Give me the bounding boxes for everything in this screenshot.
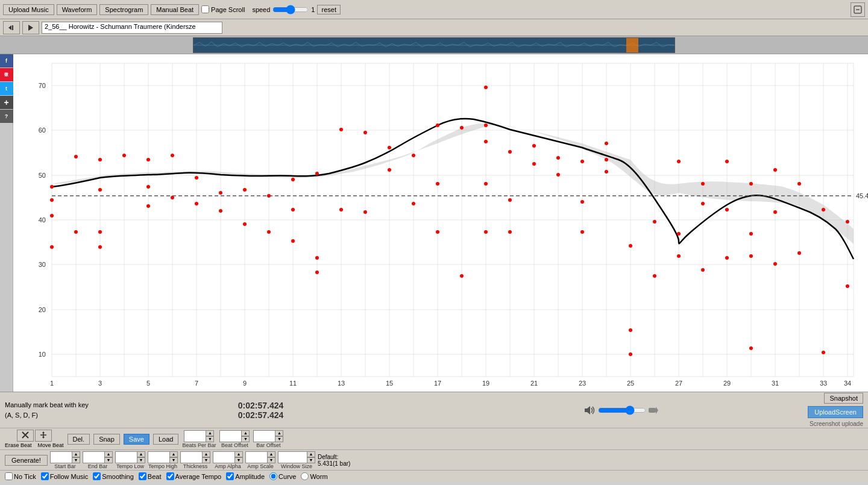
no-tick-checkbox-label[interactable]: No Tick: [5, 472, 36, 480]
beat-offset-up[interactable]: ▲: [241, 430, 250, 436]
thickness-input[interactable]: 3: [180, 451, 202, 463]
beats-per-bar-input[interactable]: 4: [184, 430, 206, 442]
time-display: 0:02:57.424 0:02:57.424: [238, 401, 284, 420]
svg-point-124: [508, 198, 512, 202]
curve-radio[interactable]: [269, 472, 277, 480]
svg-point-121: [484, 182, 488, 186]
plus-button[interactable]: +: [0, 96, 13, 109]
window-size-up[interactable]: ▲: [307, 451, 315, 457]
svg-rect-164: [649, 408, 656, 413]
average-tempo-checkbox[interactable]: [166, 472, 174, 480]
beat-checkbox[interactable]: [139, 472, 146, 480]
start-bar-up[interactable]: ▲: [72, 451, 80, 457]
tempo-low-down[interactable]: ▼: [137, 457, 145, 463]
upload-screen-button[interactable]: UploadScreen: [808, 406, 863, 418]
beats-per-bar-down[interactable]: ▼: [206, 436, 214, 442]
svg-text:40: 40: [39, 216, 46, 224]
del-button[interactable]: Del.: [68, 434, 90, 445]
svg-text:33: 33: [820, 380, 827, 387]
bar-offset-group: 0 ▲ ▼ Bar Offset: [253, 430, 283, 448]
reset-button[interactable]: reset: [317, 5, 340, 14]
end-bar-up[interactable]: ▲: [104, 451, 113, 457]
window-size-group: 5.431 ▲ ▼ Window Size: [278, 451, 315, 469]
snap-button[interactable]: Snap: [93, 434, 120, 445]
no-tick-checkbox[interactable]: [5, 472, 13, 480]
tempo-high-input[interactable]: 70: [148, 451, 169, 463]
svg-text:34: 34: [844, 380, 851, 387]
beats-per-bar-up[interactable]: ▲: [206, 430, 214, 436]
smoothing-checkbox[interactable]: [93, 472, 101, 480]
waveform-display[interactable]: [193, 37, 675, 53]
move-beat-button[interactable]: [35, 430, 52, 442]
window-size-input[interactable]: 5.431: [278, 451, 307, 463]
amp-scale-up[interactable]: ▲: [267, 451, 275, 457]
bar-offset-input[interactable]: 0: [253, 430, 275, 442]
beat-checkbox-label[interactable]: Beat: [139, 472, 162, 480]
volume-slider[interactable]: [598, 405, 646, 415]
tempo-low-input[interactable]: 10: [115, 451, 137, 463]
worm-radio[interactable]: [301, 472, 309, 480]
generate-button[interactable]: Generate!: [5, 455, 48, 466]
amp-alpha-up[interactable]: ▲: [234, 451, 243, 457]
speed-slider[interactable]: [272, 5, 309, 14]
bar-offset-label: Bar Offset: [256, 442, 280, 448]
facebook-button[interactable]: f: [0, 54, 13, 67]
svg-text:29: 29: [723, 380, 731, 387]
chart-area: www.Vmus.net .grid-line { stroke: #ccc; …: [13, 54, 868, 392]
settings-icon[interactable]: [851, 2, 865, 17]
average-tempo-checkbox-label[interactable]: Average Tempo: [166, 472, 222, 480]
help-button[interactable]: ?: [0, 110, 13, 123]
load-button[interactable]: Load: [153, 434, 178, 445]
worm-radio-label[interactable]: Worm: [301, 472, 327, 480]
bar-offset-down[interactable]: ▼: [275, 436, 283, 442]
spectrogram-button[interactable]: Spectrogram: [99, 4, 148, 15]
svg-point-156: [773, 262, 777, 266]
follow-music-checkbox-label[interactable]: Follow Music: [41, 472, 89, 480]
svg-point-77: [50, 214, 54, 217]
beat-offset-down[interactable]: ▼: [241, 436, 250, 442]
bar-offset-up[interactable]: ▲: [275, 430, 283, 436]
svg-point-87: [146, 185, 150, 189]
tempo-high-down[interactable]: ▼: [169, 457, 178, 463]
tempo-low-up[interactable]: ▲: [137, 451, 145, 457]
thickness-up[interactable]: ▲: [202, 451, 210, 457]
smoothing-checkbox-label[interactable]: Smoothing: [93, 472, 134, 480]
svg-point-95: [243, 188, 247, 192]
page-scroll-checkbox[interactable]: [201, 5, 209, 13]
start-bar-input[interactable]: 1: [50, 451, 72, 463]
upload-music-button[interactable]: Upload Music: [3, 4, 54, 15]
manual-beat-button[interactable]: Manual Beat: [151, 4, 199, 15]
amp-alpha-down[interactable]: ▼: [234, 457, 243, 463]
twitter-button[interactable]: t: [0, 82, 13, 95]
weibo-button[interactable]: 微: [0, 68, 13, 81]
svg-text:15: 15: [386, 380, 393, 387]
waveform-playhead: [626, 38, 638, 52]
tempo-high-up[interactable]: ▲: [169, 451, 178, 457]
file-name: 2_56__ Horowitz - Schumann Traumere (Kin…: [42, 22, 222, 34]
window-size-down[interactable]: ▼: [307, 457, 315, 463]
end-bar-down[interactable]: ▼: [104, 457, 113, 463]
rewind-button[interactable]: [3, 21, 20, 34]
chart-svg: .grid-line { stroke: #ccc; stroke-width:…: [13, 54, 868, 392]
end-bar-input[interactable]: 34: [83, 451, 104, 463]
amp-scale-down[interactable]: ▼: [267, 457, 275, 463]
beat-offset-input[interactable]: -1: [219, 430, 241, 442]
start-bar-down[interactable]: ▼: [72, 457, 80, 463]
svg-point-91: [195, 176, 198, 180]
waveform-button[interactable]: Waveform: [57, 4, 98, 15]
svg-point-103: [315, 256, 319, 260]
svg-marker-4: [28, 25, 33, 31]
follow-music-checkbox[interactable]: [41, 472, 49, 480]
amplitude-checkbox[interactable]: [226, 472, 234, 480]
snapshot-button[interactable]: Snapshot: [824, 393, 863, 404]
curve-radio-label[interactable]: Curve: [269, 472, 296, 480]
erase-beat-button[interactable]: [17, 430, 34, 442]
amp-alpha-input[interactable]: 20: [213, 451, 234, 463]
thickness-down[interactable]: ▼: [202, 457, 210, 463]
amplitude-checkbox-label[interactable]: Amplitude: [226, 472, 265, 480]
svg-point-82: [98, 188, 102, 192]
play-button[interactable]: [22, 21, 39, 34]
save-button[interactable]: Save: [124, 434, 149, 445]
amp-scale-input[interactable]: 2: [245, 451, 267, 463]
beats-per-bar-group: 4 ▲ ▼ Beats Per Bar: [182, 430, 216, 448]
